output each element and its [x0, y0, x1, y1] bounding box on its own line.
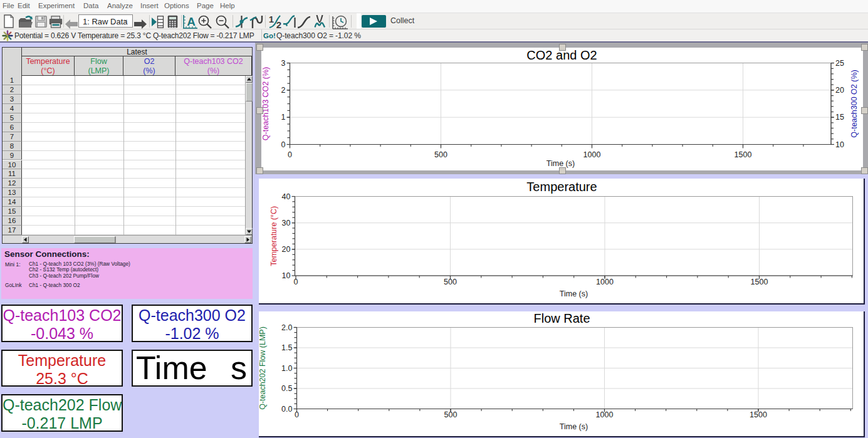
svg-text:500: 500	[444, 410, 458, 419]
svg-text:2.0: 2.0	[281, 323, 292, 332]
svg-text:10: 10	[282, 271, 291, 280]
svg-text:25: 25	[835, 59, 844, 68]
svg-text:Temperature: Temperature	[526, 180, 597, 194]
svg-text:1000: 1000	[583, 150, 601, 159]
svg-text:1.5: 1.5	[281, 343, 292, 352]
svg-text:Q-teach202 Flow (LMP): Q-teach202 Flow (LMP)	[259, 326, 267, 410]
svg-text:0: 0	[295, 410, 299, 419]
svg-text:1: 1	[269, 15, 274, 24]
svg-text:Time (s): Time (s)	[560, 289, 588, 298]
svg-text:1500: 1500	[750, 410, 767, 419]
svg-text:Q-teach300 O2 (%): Q-teach300 O2 (%)	[850, 70, 859, 137]
svg-text:1500: 1500	[735, 150, 752, 159]
svg-text:0: 0	[288, 150, 292, 159]
svg-text:Time (s): Time (s)	[560, 422, 588, 431]
svg-text:500: 500	[444, 278, 457, 286]
svg-text:40: 40	[282, 192, 291, 201]
svg-text:20: 20	[282, 245, 291, 254]
svg-text:2: 2	[281, 86, 286, 95]
svg-text:0: 0	[294, 278, 298, 286]
svg-text:0.5: 0.5	[281, 384, 292, 393]
svg-text:2: 2	[276, 19, 281, 29]
svg-text:A: A	[187, 15, 196, 28]
svg-text:500: 500	[434, 150, 447, 159]
svg-text:3: 3	[281, 59, 286, 68]
svg-text:Q-teach103 CO2 (%): Q-teach103 CO2 (%)	[261, 67, 270, 140]
svg-text:1000: 1000	[596, 278, 614, 286]
svg-text:1: 1	[281, 113, 286, 122]
svg-text:0: 0	[281, 140, 286, 149]
svg-text:15: 15	[835, 113, 844, 122]
svg-text:10: 10	[835, 140, 844, 149]
svg-text:0.0: 0.0	[281, 405, 292, 414]
svg-text:1.0: 1.0	[281, 364, 292, 373]
svg-text:1500: 1500	[751, 278, 768, 286]
svg-text:Temperature (°C): Temperature (°C)	[269, 206, 278, 266]
svg-text:30: 30	[282, 219, 291, 227]
svg-text:Time (s): Time (s)	[546, 159, 575, 168]
svg-text:1000: 1000	[596, 410, 614, 419]
svg-text:20: 20	[835, 86, 844, 95]
svg-text:Flow Rate: Flow Rate	[533, 311, 590, 325]
